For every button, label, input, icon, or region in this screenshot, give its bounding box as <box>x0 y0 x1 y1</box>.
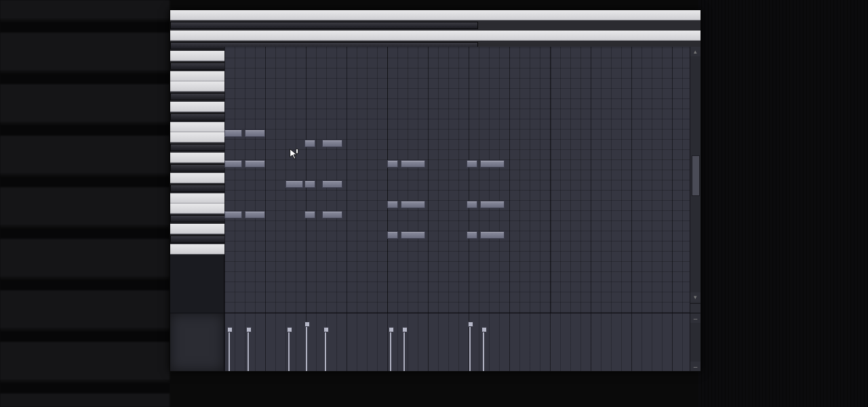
midi-note[interactable] <box>304 180 315 188</box>
black-key[interactable] <box>170 20 701 31</box>
velocity-bar[interactable] <box>483 329 484 371</box>
midi-note[interactable] <box>322 180 342 188</box>
minus-icon[interactable]: – <box>690 313 701 323</box>
midi-note[interactable] <box>401 201 425 208</box>
velocity-editor: – – <box>170 313 701 371</box>
velocity-bar[interactable] <box>469 324 471 371</box>
scroll-down-icon[interactable]: ▾ <box>690 292 701 302</box>
midi-note[interactable] <box>467 160 477 168</box>
midi-note[interactable] <box>467 231 477 239</box>
velocity-bar[interactable] <box>229 329 230 371</box>
velocity-label-area <box>170 313 224 371</box>
midi-note[interactable] <box>245 160 265 168</box>
velocity-bar[interactable] <box>325 329 326 371</box>
piano-roll-body: ▴ ▾ <box>170 47 701 313</box>
midi-note[interactable] <box>322 211 342 218</box>
velocity-grid[interactable] <box>224 313 690 371</box>
midi-note[interactable] <box>387 201 398 208</box>
midi-note[interactable] <box>401 160 425 168</box>
midi-note[interactable] <box>480 160 505 168</box>
midi-note[interactable] <box>285 180 303 188</box>
piano-keyboard[interactable] <box>170 47 224 313</box>
midi-note[interactable] <box>224 130 242 137</box>
background-piano <box>0 0 170 407</box>
midi-note[interactable] <box>304 140 315 147</box>
velocity-zoom[interactable]: – – <box>690 313 701 371</box>
midi-note[interactable] <box>322 140 342 147</box>
velocity-bar[interactable] <box>248 329 249 371</box>
white-key[interactable] <box>170 10 701 20</box>
velocity-bar[interactable] <box>390 329 391 371</box>
velocity-bar[interactable] <box>288 329 290 371</box>
note-grid[interactable] <box>224 47 690 313</box>
velocity-bar[interactable] <box>403 329 405 371</box>
background-pattern <box>698 0 868 407</box>
white-key[interactable] <box>170 31 701 41</box>
midi-note[interactable] <box>224 211 242 218</box>
bar-lines <box>224 47 690 313</box>
midi-note[interactable] <box>387 231 398 239</box>
midi-note[interactable] <box>245 211 265 218</box>
plus-icon[interactable]: – <box>690 362 701 371</box>
velocity-bar[interactable] <box>306 324 307 371</box>
zoom-handle-v[interactable] <box>690 303 701 313</box>
midi-note[interactable] <box>304 211 315 218</box>
midi-note[interactable] <box>480 201 505 208</box>
piano-roll-window: ≡ ➤ ✎ 〰 ◧ ✂ ▭ 🔍 ▶ ■ ● ↻ ▤ Piano roll - B… <box>170 9 701 372</box>
scroll-up-icon[interactable]: ▴ <box>690 47 701 56</box>
vertical-scrollbar[interactable]: ▴ ▾ <box>690 47 701 313</box>
midi-note[interactable] <box>467 201 477 208</box>
scroll-thumb[interactable] <box>692 155 700 196</box>
midi-note[interactable] <box>480 231 505 239</box>
midi-note[interactable] <box>387 160 398 168</box>
midi-note[interactable] <box>224 160 242 168</box>
midi-note[interactable] <box>401 231 425 239</box>
midi-note[interactable] <box>245 130 265 137</box>
